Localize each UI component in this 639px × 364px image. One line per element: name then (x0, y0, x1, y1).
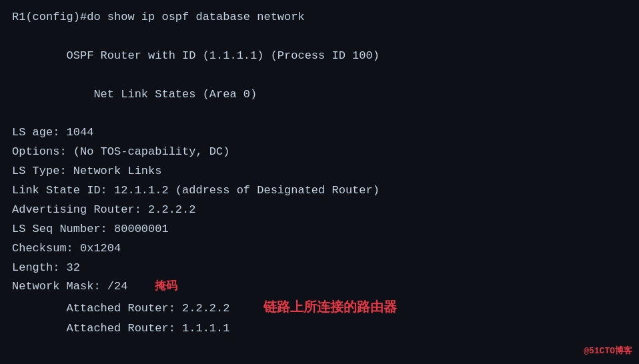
ls-seq-line: LS Seq Number: 80000001 (12, 220, 627, 239)
blank-line-3 (12, 104, 627, 123)
checksum-line: Checksum: 0x1204 (12, 239, 627, 259)
adv-router-line: Advertising Router: 2.2.2.2 (12, 201, 627, 220)
blank-line-1 (12, 27, 627, 47)
command-line: R1(config)#do show ip ospf database netw… (12, 8, 627, 27)
attached-router-1-line: Attached Router: 2.2.2.2 链路上所连接的路由器 (12, 297, 627, 319)
attached-router-2-line: Attached Router: 1.1.1.1 (12, 319, 627, 339)
link-state-id-line: Link State ID: 12.1.1.2 (address of Desi… (12, 181, 627, 201)
blank-line-2 (12, 66, 627, 85)
watermark: @51CTO博客 (584, 344, 632, 359)
masking-annotation: 掩码 (155, 280, 177, 293)
chain-annotation: 链路上所连接的路由器 (263, 300, 397, 315)
length-line: Length: 32 (12, 259, 627, 278)
options-line: Options: (No TOS-capability, DC) (12, 143, 627, 162)
ls-age-line: LS age: 1044 (12, 123, 627, 143)
net-link-states-line: Net Link States (Area 0) (12, 85, 627, 105)
ls-type-line: LS Type: Network Links (12, 162, 627, 181)
router-id-line: OSPF Router with ID (1.1.1.1) (Process I… (12, 47, 627, 66)
terminal-window: R1(config)#do show ip ospf database netw… (0, 0, 639, 364)
net-mask-line: Network Mask: /24 掩码 (12, 277, 627, 297)
